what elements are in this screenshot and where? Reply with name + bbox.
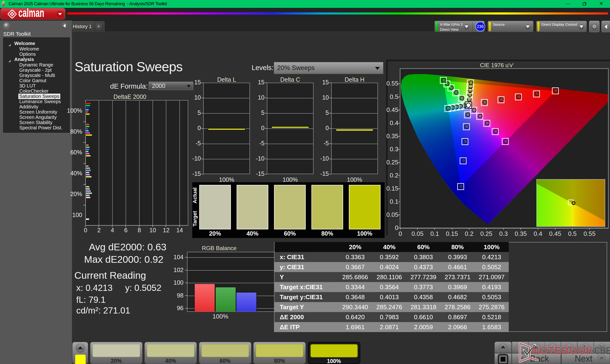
svg-text:NOTEBOOK: NOTEBOOK <box>532 345 594 356</box>
svg-text:CHECK: CHECK <box>594 345 610 356</box>
